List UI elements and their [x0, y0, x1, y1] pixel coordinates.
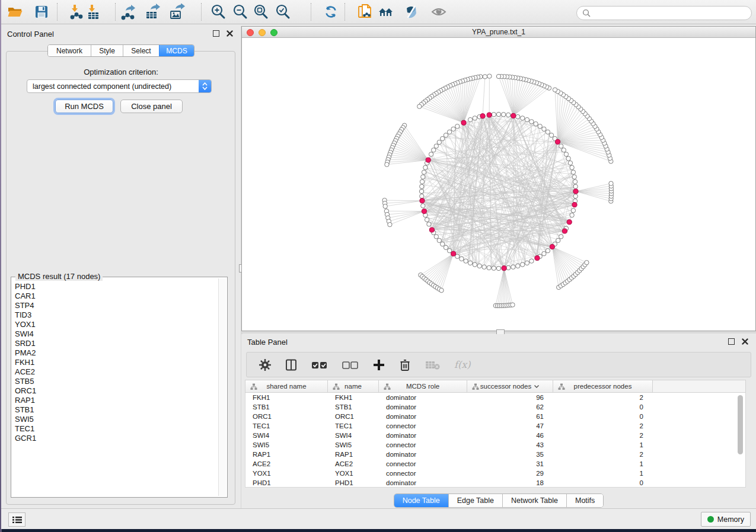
graph-node[interactable] — [483, 75, 487, 79]
mcds-result-list[interactable]: PHD1CAR1STP4TID3YOX1SWI4SRD1PMA2FKH1ACE2… — [12, 282, 219, 496]
graph-node[interactable] — [487, 265, 491, 270]
tab-network[interactable]: Network — [48, 45, 91, 56]
memory-button[interactable]: Memory — [701, 512, 751, 527]
mcds-result-item[interactable]: CAR1 — [12, 291, 219, 301]
graph-node[interactable] — [573, 184, 578, 188]
mcds-result-item[interactable]: SWI5 — [12, 415, 219, 424]
column-visibility-icon[interactable] — [285, 358, 298, 371]
graph-node[interactable] — [534, 121, 538, 126]
close-panel-button[interactable]: Close panel — [120, 100, 183, 113]
table-row[interactable]: PHD1PHD1dominator180 — [245, 478, 745, 488]
graph-node[interactable] — [572, 175, 576, 179]
graph-node[interactable] — [420, 184, 424, 188]
graph-node[interactable] — [437, 238, 441, 242]
tab-node-table[interactable]: Node Table — [394, 494, 448, 507]
graph-node[interactable] — [585, 261, 589, 265]
zoom-out-icon[interactable] — [232, 4, 248, 20]
table-options-icon[interactable] — [259, 358, 272, 371]
graph-node[interactable] — [529, 259, 534, 263]
graph-node[interactable] — [420, 194, 424, 198]
table-row[interactable]: SWI4SWI4dominator462 — [245, 431, 745, 440]
table-row[interactable]: STB1STB1dominator620 — [245, 402, 745, 412]
graph-node[interactable] — [419, 189, 423, 193]
network-window-titlebar[interactable]: YPA_prune.txt_1 — [242, 27, 755, 38]
graph-node[interactable] — [516, 114, 520, 118]
new-network-from-selection-icon[interactable] — [357, 4, 374, 20]
graph-node[interactable] — [506, 113, 511, 117]
graph-node[interactable] — [521, 116, 525, 120]
graph-node[interactable] — [492, 266, 496, 270]
graph-node[interactable] — [502, 113, 506, 117]
select-all-rows-icon[interactable] — [311, 359, 328, 371]
graph-node[interactable] — [571, 170, 575, 174]
graph-node[interactable] — [420, 180, 424, 184]
graph-node[interactable] — [417, 104, 422, 108]
graph-node[interactable] — [570, 213, 574, 217]
network-canvas[interactable] — [242, 38, 755, 331]
zoom-fit-icon[interactable] — [253, 4, 269, 20]
graph-node[interactable] — [455, 124, 460, 129]
graph-hub-node-mcds[interactable] — [550, 244, 554, 249]
mcds-result-item[interactable]: TID3 — [12, 310, 219, 320]
graph-hub-node-mcds[interactable] — [426, 158, 430, 162]
close-panel-icon[interactable] — [742, 338, 748, 345]
mcds-result-item[interactable]: STB5 — [12, 377, 219, 386]
mcds-result-item[interactable]: SWI4 — [12, 329, 219, 339]
graph-hub-node-mcds[interactable] — [562, 229, 567, 233]
graph-node[interactable] — [427, 222, 431, 226]
mcds-result-item[interactable]: ACE2 — [12, 367, 219, 377]
graph-node[interactable] — [385, 162, 389, 166]
horizontal-splitter[interactable] — [241, 331, 756, 334]
graph-node[interactable] — [568, 161, 572, 165]
save-icon[interactable] — [33, 4, 50, 20]
graph-node[interactable] — [529, 120, 534, 124]
tab-mcds[interactable]: MCDS — [159, 45, 194, 56]
graph-node[interactable] — [460, 257, 464, 261]
graph-node[interactable] — [556, 238, 560, 242]
hide-selected-icon[interactable] — [403, 4, 420, 20]
mcds-result-item[interactable]: STB1 — [12, 405, 219, 415]
graph-node[interactable] — [521, 262, 525, 267]
tab-select[interactable]: Select — [123, 45, 159, 56]
graph-node[interactable] — [570, 165, 574, 169]
graph-node[interactable] — [464, 259, 468, 263]
first-neighbors-icon[interactable] — [378, 4, 394, 20]
export-network-icon[interactable] — [120, 4, 136, 20]
graph-node[interactable] — [542, 127, 546, 131]
table-row[interactable]: SWI5SWI5connector431 — [245, 440, 745, 450]
graph-node[interactable] — [477, 264, 481, 268]
graph-node[interactable] — [496, 74, 500, 78]
graph-node[interactable] — [496, 112, 500, 116]
graph-node[interactable] — [388, 222, 392, 226]
table-row[interactable]: YOX1YOX1connector291 — [245, 469, 745, 478]
graph-node[interactable] — [549, 133, 553, 137]
graph-node[interactable] — [562, 148, 566, 152]
graph-node[interactable] — [468, 261, 472, 265]
graph-node[interactable] — [423, 165, 428, 169]
run-mcds-button[interactable]: Run MCDS — [55, 100, 113, 113]
graph-node[interactable] — [487, 74, 492, 78]
graph-node[interactable] — [383, 204, 387, 209]
table-row[interactable]: RAP1RAP1dominator352 — [245, 450, 745, 459]
add-column-icon[interactable] — [372, 358, 385, 371]
graph-hub-node-mcds[interactable] — [535, 256, 540, 261]
graph-node[interactable] — [439, 288, 444, 292]
graph-hub-node-mcds[interactable] — [422, 209, 426, 214]
task-history-button[interactable] — [8, 512, 25, 527]
open-file-icon[interactable] — [7, 4, 23, 20]
graph-node[interactable] — [434, 144, 438, 148]
close-panel-icon[interactable] — [227, 30, 233, 37]
column-header-name[interactable]: name — [328, 380, 379, 392]
graph-node[interactable] — [468, 117, 472, 121]
mcds-result-item[interactable]: YOX1 — [12, 320, 219, 329]
export-table-icon[interactable] — [144, 4, 161, 20]
graph-node[interactable] — [482, 265, 486, 269]
graph-node[interactable] — [429, 152, 433, 156]
graph-node[interactable] — [542, 252, 546, 256]
mcds-result-item[interactable]: STP4 — [12, 301, 219, 310]
graph-node[interactable] — [422, 170, 426, 174]
graph-node[interactable] — [564, 152, 568, 156]
table-row[interactable]: TEC1TEC1connector472 — [245, 421, 745, 431]
graph-node[interactable] — [559, 144, 563, 148]
graph-node[interactable] — [511, 265, 515, 269]
